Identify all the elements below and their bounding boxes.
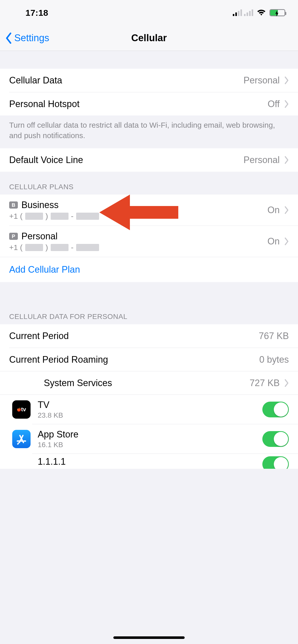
chevron-right-icon <box>284 379 289 387</box>
app-row-tv: 🍎tv TV 23.8 KB <box>0 394 298 424</box>
chevron-right-icon <box>284 156 289 164</box>
navigation-bar: Settings Cellular <box>0 25 298 51</box>
chevron-right-icon <box>284 100 289 108</box>
group-voice-line: Default Voice Line Personal <box>0 148 298 172</box>
app-icon-appstore <box>12 430 31 448</box>
back-label: Settings <box>14 33 49 43</box>
row-default-voice-line[interactable]: Default Voice Line Personal <box>0 148 298 172</box>
group-cellular-basics: Cellular Data Personal Personal Hotspot … <box>0 69 298 115</box>
cellular-data-value: Personal <box>243 75 280 86</box>
app-size: 23.8 KB <box>38 411 255 419</box>
back-button[interactable]: Settings <box>5 33 49 44</box>
system-services-value: 727 KB <box>250 378 280 388</box>
plan-phone: +1 () - <box>9 212 267 221</box>
wifi-icon <box>257 9 266 16</box>
cellular-signal-icon <box>233 9 242 16</box>
status-bar: 17:18 <box>0 0 298 25</box>
app-name: App Store <box>38 429 255 440</box>
app-row-1111: 14 1.1.1.1 <box>32 453 298 469</box>
row-system-services[interactable]: System Services 727 KB <box>0 371 298 394</box>
plan-name: Business <box>21 200 59 210</box>
voice-line-value: Personal <box>243 155 280 165</box>
group-usage: Current Period 767 KB Current Period Roa… <box>0 324 298 469</box>
add-plan-label: Add Cellular Plan <box>9 264 80 275</box>
row-cellular-data[interactable]: Cellular Data Personal <box>0 69 298 92</box>
hotspot-value: Off <box>268 99 280 109</box>
chevron-right-icon <box>284 238 289 245</box>
toggle-appstore[interactable] <box>262 431 289 447</box>
plan-status: On <box>267 205 280 215</box>
chevron-right-icon <box>284 77 289 84</box>
plan-phone: +1 () - <box>9 243 267 252</box>
toggle-tv[interactable] <box>262 402 289 417</box>
page-title: Cellular <box>131 33 167 43</box>
row-current-period-roaming: Current Period Roaming 0 bytes <box>9 348 298 371</box>
app-icon-tv: 🍎tv <box>12 400 31 419</box>
system-services-label: System Services <box>44 378 112 388</box>
row-personal-hotspot[interactable]: Personal Hotspot Off <box>9 92 298 115</box>
toggle-1111[interactable] <box>262 456 289 469</box>
chevron-left-icon <box>5 33 12 44</box>
cellular-signal-2-icon <box>244 9 253 16</box>
roaming-label: Current Period Roaming <box>9 354 108 365</box>
roaming-value: 0 bytes <box>259 354 289 365</box>
cellular-data-label: Cellular Data <box>9 75 62 86</box>
hotspot-label: Personal Hotspot <box>9 99 79 109</box>
chevron-right-icon <box>284 206 289 214</box>
row-current-period: Current Period 767 KB <box>0 324 298 348</box>
current-period-label: Current Period <box>9 331 69 341</box>
home-indicator[interactable] <box>113 636 185 639</box>
current-period-value: 767 KB <box>259 331 289 341</box>
plan-status: On <box>267 236 280 247</box>
add-cellular-plan-button[interactable]: Add Cellular Plan <box>0 257 298 282</box>
charging-bolt-icon <box>274 10 279 17</box>
app-name: 1.1.1.1 <box>38 456 255 467</box>
section-header-plans: CELLULAR PLANS <box>0 172 298 195</box>
plan-badge-icon: P <box>9 233 18 240</box>
plan-row-personal[interactable]: P Personal +1 () - On <box>9 226 298 257</box>
svg-line-5 <box>18 443 18 444</box>
cellular-data-footer: Turn off cellular data to restrict all d… <box>0 115 298 148</box>
section-header-usage: CELLULAR DATA FOR PERSONAL <box>0 282 298 324</box>
app-name: TV <box>38 400 255 410</box>
plan-row-business[interactable]: B Business +1 () - On <box>0 195 298 226</box>
voice-line-label: Default Voice Line <box>9 155 83 165</box>
status-icons <box>233 9 285 16</box>
status-time: 17:18 <box>25 8 48 18</box>
plan-badge-icon: B <box>9 201 18 209</box>
battery-icon <box>269 9 285 16</box>
group-cellular-plans: B Business +1 () - On P Personal +1 () - <box>0 195 298 282</box>
app-size: 16.1 KB <box>38 441 255 449</box>
app-row-appstore: App Store 16.1 KB <box>32 424 298 453</box>
plan-name: Personal <box>21 231 58 242</box>
